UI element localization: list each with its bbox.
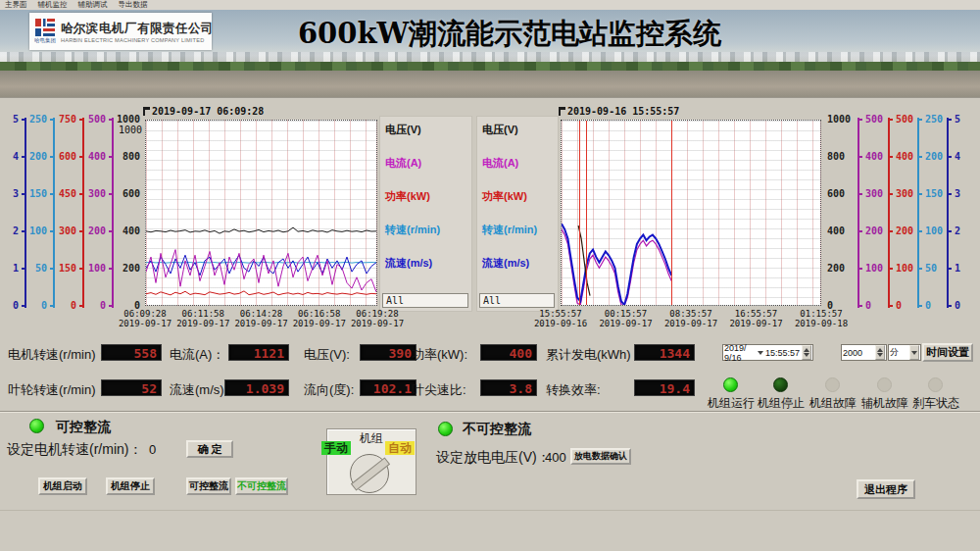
unit-select[interactable]: 分 bbox=[888, 344, 921, 361]
legend-item-power[interactable]: 功率(kW) bbox=[482, 189, 527, 204]
series-voltage-black bbox=[146, 227, 376, 233]
axis-tick-label: 300 bbox=[59, 226, 76, 236]
bottom-divider bbox=[0, 510, 980, 511]
date-dropdown-icon[interactable] bbox=[758, 351, 763, 355]
unit-stop-button[interactable]: 机组停止 bbox=[106, 477, 155, 495]
interval-value: 2000 bbox=[843, 348, 862, 358]
set-discharge-voltage-value[interactable]: 400 bbox=[545, 450, 566, 465]
time-spinner[interactable] bbox=[802, 345, 811, 360]
time-cursor-line[interactable] bbox=[671, 121, 672, 305]
time-cursor-line[interactable] bbox=[579, 121, 580, 305]
right-trend-plot[interactable] bbox=[561, 120, 821, 306]
exit-program-button[interactable]: 退出程序 bbox=[857, 479, 915, 499]
series-select-dropdown[interactable]: All bbox=[479, 293, 555, 308]
time-set-button[interactable]: 时间设置 bbox=[922, 343, 973, 362]
diode-indicator-led bbox=[438, 422, 453, 436]
left-trend-plot[interactable] bbox=[145, 120, 377, 306]
x-tick-label: 01:15:572019-09-18 bbox=[795, 309, 848, 328]
legend-item-flow[interactable]: 流速(m/s) bbox=[385, 256, 432, 271]
menu-item-2[interactable]: 辅机监控 bbox=[38, 1, 68, 9]
legend-item-flow[interactable]: 流速(m/s) bbox=[482, 256, 529, 271]
axis-tick-label: 0 bbox=[925, 301, 931, 311]
x-tick-label: 15:55:572019-09-16 bbox=[534, 309, 587, 328]
diode-rectifier-button[interactable]: 不可控整流 bbox=[235, 477, 288, 495]
status-led-5 bbox=[928, 377, 943, 392]
axis-tick-label: 800 bbox=[122, 152, 140, 162]
axis-tick-label: 4 bbox=[955, 152, 960, 162]
set-motor-speed-value[interactable]: 0 bbox=[149, 442, 156, 457]
x-tick-label: 00:15:572019-09-17 bbox=[599, 309, 652, 328]
y-axis-voltage: 10008006004002000 bbox=[114, 120, 143, 306]
tip-ratio-display: 3.8 bbox=[480, 379, 537, 396]
legend-item-voltage[interactable]: 电压(V) bbox=[385, 123, 421, 137]
legend-item-current[interactable]: 电流(A) bbox=[385, 156, 421, 171]
time-cursor-line[interactable] bbox=[586, 121, 587, 305]
legend-item-current[interactable]: 电流(A) bbox=[482, 156, 518, 171]
axis-tick-label: 1 bbox=[955, 264, 960, 274]
knob-handle-icon bbox=[351, 457, 390, 490]
axis-tick-label: 5 bbox=[955, 115, 960, 125]
voltage-label: 电压(V): bbox=[304, 346, 350, 364]
axis-tick-label: 300 bbox=[88, 189, 106, 199]
status-led-3 bbox=[825, 377, 840, 392]
interval-input[interactable]: 2000 bbox=[841, 344, 887, 361]
discharge-confirm-button[interactable]: 放电数据确认 bbox=[570, 448, 631, 465]
series-select-dropdown[interactable]: All bbox=[382, 293, 468, 308]
axis-tick-label: 100 bbox=[925, 226, 943, 236]
status-label-4: 辅机故障 bbox=[861, 395, 908, 412]
rotary-knob[interactable] bbox=[350, 454, 389, 493]
axis-tick-label: 200 bbox=[88, 226, 106, 236]
company-logo-box: 哈电集团 哈尔滨电机厂有限责任公司 HARBIN ELECTRIC MACHIN… bbox=[29, 13, 212, 50]
axis-tick-label: 400 bbox=[88, 152, 106, 162]
legend-item-power[interactable]: 功率(kW) bbox=[385, 189, 430, 204]
axis-tick-label: 0 bbox=[896, 301, 902, 311]
flow-dir-label: 流向(度): bbox=[304, 381, 354, 399]
axis-tick-label: 100 bbox=[896, 264, 913, 274]
axis-tick-label: 500 bbox=[865, 115, 883, 125]
right-trend-series bbox=[562, 121, 820, 305]
unit-dropdown[interactable] bbox=[909, 345, 919, 360]
photo-foreground bbox=[0, 71, 980, 97]
axis-tick-label: 500 bbox=[896, 115, 913, 125]
axis-tick-label: 200 bbox=[865, 226, 883, 236]
unit-start-button[interactable]: 机组启动 bbox=[38, 477, 87, 495]
flow-speed-label: 流速(m/s): bbox=[170, 381, 227, 399]
axis-tick-label: 300 bbox=[896, 189, 913, 199]
axis-tick-label: 400 bbox=[865, 152, 883, 162]
axis-tick-label: 500 bbox=[88, 115, 106, 125]
legend-item-speed[interactable]: 转速(r/min) bbox=[482, 223, 537, 237]
power-label: 功率(kW): bbox=[412, 346, 467, 364]
menu-item-1[interactable]: 主界面 bbox=[5, 1, 27, 9]
y-axis-current: 5004003002001000 bbox=[84, 120, 114, 306]
y-axis-voltage: 10008006004002000 bbox=[824, 120, 858, 306]
right-chart-x-axis: 15:55:572019-09-1600:15:572019-09-1708:3… bbox=[561, 309, 821, 332]
scr-indicator-led bbox=[29, 419, 44, 433]
auto-mode-chip[interactable]: 自动 bbox=[385, 441, 415, 455]
scr-rectifier-button[interactable]: 可控整流 bbox=[186, 477, 231, 495]
axis-tick-label: 0 bbox=[955, 301, 960, 311]
menu-item-3[interactable]: 辅助调试 bbox=[78, 1, 108, 9]
left-chart-y-axes: 5432102502001501005007506004503001500500… bbox=[3, 120, 143, 306]
menu-item-4[interactable]: 导出数据 bbox=[119, 1, 148, 9]
axis-tick-label: 1000 bbox=[827, 115, 851, 125]
axis-tick-label: 0 bbox=[100, 301, 106, 311]
x-tick-label: 06:11:582019-09-17 bbox=[176, 309, 229, 328]
right-chart-legend: 电压(V)电流(A)功率(kW)转速(r/min)流速(m/s)All bbox=[476, 116, 559, 312]
voltage-display: 390 bbox=[360, 344, 416, 361]
axis-tick-label: 600 bbox=[122, 189, 140, 199]
manual-mode-chip[interactable]: 手动 bbox=[321, 441, 351, 455]
datetime-picker[interactable]: 2019/ 9/16 15:55:57 bbox=[722, 344, 813, 361]
x-tick-label: 06:09:282019-09-17 bbox=[119, 309, 172, 328]
legend-item-speed[interactable]: 转速(r/min) bbox=[385, 223, 440, 237]
right-chart-y-axes: 1000800600400200050040030020010005004003… bbox=[824, 120, 976, 306]
unit-value: 分 bbox=[890, 346, 899, 359]
confirm-button[interactable]: 确 定 bbox=[186, 440, 233, 458]
series-current-magenta bbox=[146, 250, 376, 292]
status-led-2 bbox=[773, 377, 788, 392]
axis-tick-label: 150 bbox=[59, 264, 76, 274]
legend-item-voltage[interactable]: 电压(V) bbox=[482, 123, 518, 137]
scr-indicator-label: 可控整流 bbox=[56, 419, 111, 436]
interval-spinner[interactable] bbox=[875, 345, 885, 360]
axis-tick-label: 250 bbox=[925, 115, 943, 125]
axis-tick-label: 400 bbox=[896, 152, 913, 162]
